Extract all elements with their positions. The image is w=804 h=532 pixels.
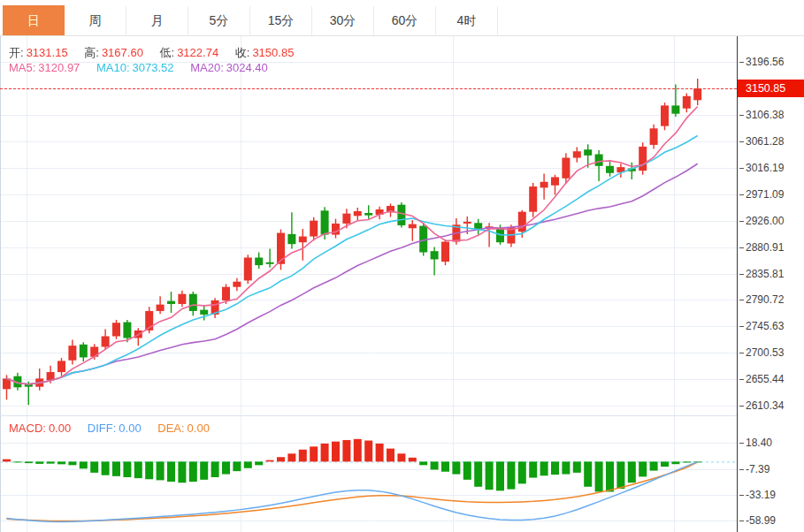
candlestick-chart[interactable] bbox=[0, 36, 737, 415]
dea-value: DEA:0.00 bbox=[157, 422, 210, 435]
ma-legend: MA5:3120.97 MA10:3073.52 MA20:3024.40 bbox=[9, 61, 281, 74]
panel-divider bbox=[0, 415, 737, 416]
ohlc-close: 收:3150.85 bbox=[235, 46, 295, 59]
price-axis-label: 3196.56 bbox=[739, 56, 784, 68]
period-tabbar: 日 周 月 5分 15分 30分 60分 4时 bbox=[0, 0, 804, 36]
price-axis-label: 2880.91 bbox=[739, 241, 784, 254]
price-axis-label: 3106.38 bbox=[739, 109, 784, 121]
ma20-legend: MA20:3024.40 bbox=[190, 61, 268, 74]
tab-day[interactable]: 日 bbox=[3, 5, 65, 35]
macd-axis-label: 18.40 bbox=[739, 437, 772, 449]
macd-axis-label: -7.39 bbox=[739, 463, 770, 475]
price-axis-label: 2835.81 bbox=[739, 268, 784, 280]
plot-left-border bbox=[0, 36, 1, 532]
price-axis-label: 2700.53 bbox=[739, 346, 784, 359]
macd-axis-label: -58.99 bbox=[739, 514, 776, 527]
tab-week[interactable]: 周 bbox=[65, 6, 126, 35]
tab-60min[interactable]: 60分 bbox=[374, 6, 436, 35]
diff-value: DIFF:0.00 bbox=[88, 422, 142, 435]
tab-30min[interactable]: 30分 bbox=[312, 6, 374, 35]
price-axis-label: 3061.28 bbox=[739, 135, 784, 148]
price-axis-label: 2790.72 bbox=[739, 293, 784, 306]
tab-4hour[interactable]: 4时 bbox=[436, 6, 498, 35]
macd-value: MACD:0.00 bbox=[9, 422, 71, 435]
current-price-tag: 3150.85 bbox=[738, 80, 804, 97]
tab-month[interactable]: 月 bbox=[126, 6, 188, 35]
ma5-legend: MA5:3120.97 bbox=[9, 61, 80, 74]
price-axis-label: 2971.09 bbox=[739, 188, 784, 201]
current-price-line bbox=[0, 88, 737, 89]
tab-5min[interactable]: 5分 bbox=[188, 6, 250, 35]
price-axis-label: 2610.34 bbox=[739, 399, 784, 412]
ohlc-high: 高:3167.60 bbox=[84, 46, 143, 59]
price-axis-label: 3016.19 bbox=[739, 162, 784, 174]
ohlc-open: 开:3131.15 bbox=[9, 46, 68, 59]
ohlc-legend: 开:3131.15 高:3167.60 低:3122.74 收:3150.85 bbox=[9, 45, 307, 61]
price-axis-label: 2745.63 bbox=[739, 320, 784, 332]
price-axis-label: 2655.44 bbox=[739, 373, 784, 385]
price-axis-label: 2926.00 bbox=[739, 215, 784, 227]
ma10-legend: MA10:3073.52 bbox=[96, 61, 174, 74]
ohlc-low: 低:3122.74 bbox=[160, 46, 219, 59]
price-axis-border bbox=[737, 36, 738, 532]
macd-legend: MACD:0.00 DIFF:0.00 DEA:0.00 bbox=[9, 422, 223, 435]
macd-axis-label: -33.19 bbox=[739, 489, 776, 501]
kline-app: 日 周 月 5分 15分 30分 60分 4时 开:3131.15 高:3167… bbox=[0, 0, 804, 532]
tab-15min[interactable]: 15分 bbox=[250, 6, 312, 35]
